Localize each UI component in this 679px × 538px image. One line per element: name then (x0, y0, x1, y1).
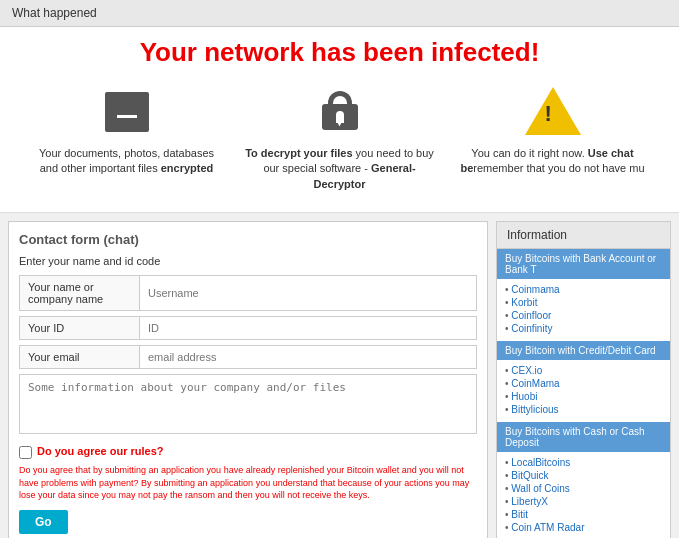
id-field-row: Your ID (19, 316, 477, 340)
hero-block-3: You can do it right now. Use chat bereme… (446, 83, 659, 177)
list-item[interactable]: Coinfloor (505, 309, 662, 322)
go-button[interactable]: Go (19, 510, 68, 534)
hero-block-1: Your documents, photos, databases and ot… (20, 83, 233, 177)
warning-icon-box (525, 83, 580, 138)
list-item[interactable]: Coinmama (505, 283, 662, 296)
warning-icon (525, 87, 581, 135)
lock-icon-box (312, 83, 367, 138)
info-section-header-2: Buy Bitcoin with Credit/Debit Card (497, 341, 670, 360)
list-item[interactable]: Coinfinity (505, 322, 662, 335)
rules-row: Do you agree our rules? (19, 445, 477, 459)
list-item[interactable]: Coin ATM Radar (505, 521, 662, 534)
info-list-3: LocalBitcoins BitQuick Wall of Coins Lib… (497, 456, 670, 534)
message-input[interactable] (19, 374, 477, 434)
contact-form-subtitle: Enter your name and id code (19, 255, 477, 267)
rules-checkbox[interactable] (19, 446, 32, 459)
info-panel: Information Buy Bitcoins with Bank Accou… (496, 221, 671, 538)
archive-icon (105, 92, 149, 130)
list-item[interactable]: Wall of Coins (505, 482, 662, 495)
hero-text-2: To decrypt your files you need to buy ou… (243, 146, 436, 192)
contact-form-panel: Contact form (chat) Enter your name and … (8, 221, 488, 538)
list-item[interactable]: CoinMama (505, 377, 662, 390)
list-item[interactable]: Bitit (505, 508, 662, 521)
list-item[interactable]: Bittylicious (505, 403, 662, 416)
id-input[interactable] (140, 317, 476, 339)
hero-text-3: You can do it right now. Use chat bereme… (456, 146, 649, 177)
rules-text: Do you agree our rules? (37, 445, 164, 457)
name-label: Your name or company name (20, 276, 140, 310)
rules-link: Do you agree our rules? (37, 445, 164, 457)
hero-section: Your network has been infected! Your doc… (0, 27, 679, 213)
list-item[interactable]: CEX.io (505, 364, 662, 377)
email-field-row: Your email (19, 345, 477, 369)
info-list-2: CEX.io CoinMama Huobi Bittylicious (497, 364, 670, 416)
info-list-1: Coinmama Korbit Coinfloor Coinfinity (497, 283, 670, 335)
lock-icon (322, 91, 358, 131)
email-label: Your email (20, 346, 140, 368)
rules-description: Do you agree that by submitting an appli… (19, 464, 477, 502)
info-panel-title: Information (497, 222, 670, 249)
list-item[interactable]: LocalBitcoins (505, 456, 662, 469)
top-bar: What happened (0, 0, 679, 27)
list-item[interactable]: Huobi (505, 390, 662, 403)
hero-block-2: To decrypt your files you need to buy ou… (233, 83, 446, 192)
top-bar-label: What happened (12, 6, 97, 20)
id-label: Your ID (20, 317, 140, 339)
hero-text-1: Your documents, photos, databases and ot… (30, 146, 223, 177)
archive-icon-box (99, 83, 154, 138)
list-item[interactable]: LibertyX (505, 495, 662, 508)
main-content: Contact form (chat) Enter your name and … (0, 213, 679, 538)
hero-title: Your network has been infected! (20, 37, 659, 68)
contact-form-title: Contact form (chat) (19, 232, 477, 247)
list-item[interactable]: BitQuick (505, 469, 662, 482)
info-section-header-1: Buy Bitcoins with Bank Account or Bank T (497, 249, 670, 279)
info-section-header-3: Buy Bitcoins with Cash or Cash Deposit (497, 422, 670, 452)
name-input[interactable] (140, 282, 476, 304)
email-input[interactable] (140, 346, 476, 368)
hero-icons: Your documents, photos, databases and ot… (20, 83, 659, 192)
list-item[interactable]: Korbit (505, 296, 662, 309)
name-field-row: Your name or company name (19, 275, 477, 311)
